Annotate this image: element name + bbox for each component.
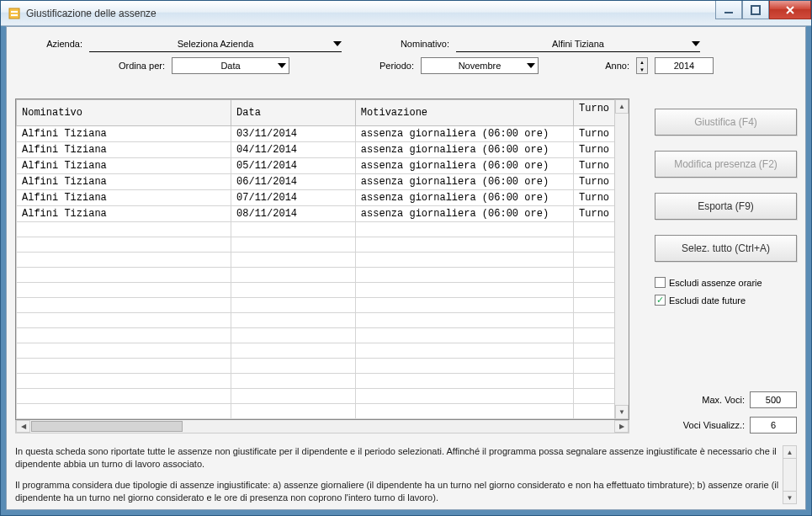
table-row[interactable] — [17, 404, 629, 419]
anno-input[interactable]: 2014 — [655, 57, 714, 74]
table-row[interactable] — [17, 313, 629, 328]
scroll-up-icon[interactable]: ▲ — [783, 446, 796, 459]
azienda-label: Azienda: — [15, 39, 82, 49]
scroll-right-icon[interactable]: ▶ — [614, 420, 629, 433]
periodo-select[interactable]: Novembre — [421, 57, 539, 74]
cell-nominativo — [17, 268, 231, 283]
table-row[interactable] — [17, 283, 629, 298]
cell-nominativo — [17, 237, 231, 253]
modifica-presenza-button[interactable]: Modifica presenza (F2) — [655, 151, 797, 178]
cell-data — [231, 313, 356, 328]
scroll-down-icon[interactable]: ▼ — [783, 491, 796, 503]
cell-nominativo — [17, 389, 231, 404]
cell-nominativo — [17, 328, 231, 343]
escludi-orarie-label: Escludi assenze orarie — [669, 278, 762, 288]
cell-motivazione — [355, 298, 573, 313]
chevron-down-icon — [527, 63, 535, 68]
cell-data: 04/11/2014 — [231, 142, 356, 158]
help-paragraph-1: In questa scheda sono riportate tutte le… — [15, 445, 782, 471]
horizontal-scrollbar[interactable]: ◀ ▶ — [15, 419, 629, 434]
table-row[interactable]: Alfini Tiziana04/11/2014assenza giornali… — [17, 142, 629, 158]
cell-nominativo: Alfini Tiziana — [17, 158, 231, 174]
cell-motivazione — [355, 374, 573, 389]
cell-nominativo — [17, 298, 231, 313]
titlebar[interactable]: Giustificazione delle assenze — [1, 1, 811, 26]
table-row[interactable]: Alfini Tiziana03/11/2014assenza giornali… — [17, 126, 629, 142]
anno-spinner[interactable]: ▲▼ — [636, 57, 648, 74]
grid-scrollpane[interactable]: Nominativo Data Motivazione Turno c▲ Alf… — [15, 98, 629, 420]
escludi-future-label: Escludi date future — [669, 295, 746, 306]
table-row[interactable] — [17, 359, 629, 374]
escludi-future-checkbox[interactable] — [655, 295, 666, 306]
scroll-thumb[interactable] — [31, 421, 183, 432]
cell-nominativo — [17, 253, 231, 268]
table-row[interactable] — [17, 328, 629, 343]
maxvoci-label: Max. Voci: — [702, 395, 745, 405]
table-row[interactable] — [17, 389, 629, 404]
table-row[interactable] — [17, 268, 629, 283]
giustifica-button[interactable]: Giustifica (F4) — [655, 109, 797, 136]
cell-motivazione — [355, 253, 573, 268]
table-row[interactable] — [17, 374, 629, 389]
cell-motivazione — [355, 343, 573, 359]
checkbox-group: Escludi assenze orarie Escludi date futu… — [655, 277, 797, 306]
table-row[interactable]: Alfini Tiziana08/11/2014assenza giornali… — [17, 206, 629, 222]
cell-motivazione: assenza giornaliera (06:00 ore) — [355, 206, 573, 222]
svg-rect-0 — [9, 8, 19, 19]
table-row[interactable] — [17, 298, 629, 313]
app-icon — [8, 7, 21, 20]
cell-nominativo — [17, 404, 231, 419]
cell-motivazione: assenza giornaliera (06:00 ore) — [355, 158, 573, 174]
svg-rect-4 — [751, 6, 760, 14]
scroll-up-icon[interactable]: ▲ — [615, 99, 629, 114]
help-paragraph-2: Il programma considera due tipologie di … — [15, 479, 782, 504]
maxvoci-input[interactable]: 500 — [750, 391, 797, 408]
maxvoci-row: Max. Voci: 500 — [655, 391, 797, 408]
table-row[interactable] — [17, 253, 629, 268]
cell-motivazione: assenza giornaliera (06:00 ore) — [355, 190, 573, 206]
table-row[interactable] — [17, 222, 629, 237]
cell-nominativo: Alfini Tiziana — [17, 126, 231, 142]
table-row[interactable]: Alfini Tiziana07/11/2014assenza giornali… — [17, 190, 629, 206]
close-button[interactable] — [769, 1, 811, 19]
col-motivazione[interactable]: Motivazione — [355, 100, 573, 126]
cell-data — [231, 404, 356, 419]
chevron-down-icon — [333, 41, 342, 46]
col-nominativo[interactable]: Nominativo — [17, 100, 231, 126]
svg-rect-1 — [11, 11, 18, 13]
table-row[interactable]: Alfini Tiziana06/11/2014assenza giornali… — [17, 174, 629, 190]
cell-data — [231, 359, 356, 374]
cell-motivazione — [355, 222, 573, 237]
cell-data: 07/11/2014 — [231, 190, 356, 206]
cell-data — [231, 222, 356, 237]
help-text: In questa scheda sono riportate tutte le… — [15, 445, 782, 504]
absences-table[interactable]: Nominativo Data Motivazione Turno c▲ Alf… — [16, 99, 629, 419]
esporta-button[interactable]: Esporta (F9) — [655, 193, 797, 220]
cell-nominativo — [17, 222, 231, 237]
cell-nominativo — [17, 313, 231, 328]
col-data[interactable]: Data — [231, 100, 356, 126]
cell-data: 05/11/2014 — [231, 158, 356, 174]
cell-motivazione: assenza giornaliera (06:00 ore) — [355, 126, 573, 142]
table-row[interactable]: Alfini Tiziana05/11/2014assenza giornali… — [17, 158, 629, 174]
table-row[interactable] — [17, 237, 629, 253]
vertical-scrollbar[interactable]: ▲ ▼ — [614, 99, 629, 419]
table-row[interactable] — [17, 343, 629, 359]
svg-rect-2 — [11, 14, 18, 16]
escludi-orarie-checkbox[interactable] — [655, 277, 666, 288]
maximize-button[interactable] — [742, 1, 769, 19]
svg-rect-3 — [724, 12, 733, 13]
cell-data — [231, 298, 356, 313]
azienda-select[interactable]: Seleziona Azienda — [89, 35, 342, 52]
chevron-down-icon — [692, 41, 700, 46]
scroll-left-icon[interactable]: ◀ — [16, 420, 30, 433]
ordina-select[interactable]: Data — [172, 57, 289, 74]
window-controls — [715, 1, 811, 19]
seleziona-tutto-button[interactable]: Selez. tutto (Ctrl+A) — [655, 235, 797, 262]
help-scrollbar[interactable]: ▲ ▼ — [783, 445, 797, 504]
nominativo-select[interactable]: Alfini Tiziana — [456, 35, 700, 52]
cell-motivazione — [355, 237, 573, 253]
minimize-button[interactable] — [715, 1, 742, 19]
scroll-down-icon[interactable]: ▼ — [615, 405, 629, 419]
cell-data — [231, 253, 356, 268]
